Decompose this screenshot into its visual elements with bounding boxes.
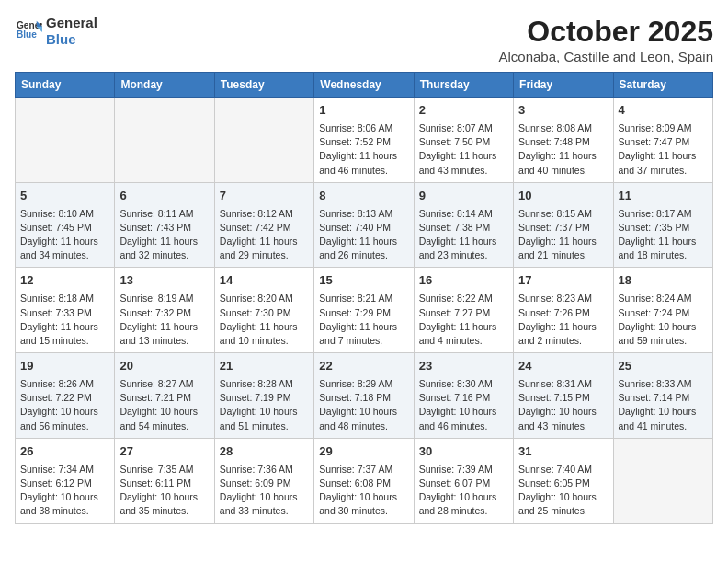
calendar-cell: 7Sunrise: 8:12 AM Sunset: 7:42 PM Daylig… (214, 182, 313, 268)
day-info: Sunrise: 8:09 AM Sunset: 7:47 PM Dayligh… (619, 121, 708, 178)
day-info: Sunrise: 8:24 AM Sunset: 7:24 PM Dayligh… (619, 292, 708, 348)
weekday-header: Wednesday (314, 73, 414, 98)
calendar-cell: 14Sunrise: 8:20 AM Sunset: 7:30 PM Dayli… (214, 268, 313, 353)
calendar-cell: 27Sunrise: 7:35 AM Sunset: 6:11 PM Dayli… (115, 438, 214, 523)
day-info: Sunrise: 7:36 AM Sunset: 6:09 PM Dayligh… (220, 463, 309, 519)
day-number: 4 (619, 102, 708, 120)
logo: General Blue General Blue (15, 15, 97, 48)
day-number: 8 (319, 188, 408, 205)
calendar-cell (16, 98, 115, 183)
calendar-cell: 20Sunrise: 8:27 AM Sunset: 7:21 PM Dayli… (115, 353, 214, 439)
weekday-header: Thursday (414, 73, 513, 98)
day-info: Sunrise: 8:33 AM Sunset: 7:14 PM Dayligh… (619, 377, 708, 433)
calendar-cell: 13Sunrise: 8:19 AM Sunset: 7:32 PM Dayli… (115, 268, 214, 353)
day-info: Sunrise: 8:31 AM Sunset: 7:15 PM Dayligh… (518, 377, 608, 433)
logo-blue: Blue (46, 31, 97, 48)
day-number: 22 (319, 358, 408, 375)
svg-text:Blue: Blue (17, 29, 37, 40)
day-info: Sunrise: 8:22 AM Sunset: 7:27 PM Dayligh… (419, 292, 508, 348)
day-info: Sunrise: 8:15 AM Sunset: 7:37 PM Dayligh… (518, 207, 608, 263)
day-info: Sunrise: 8:06 AM Sunset: 7:52 PM Dayligh… (319, 121, 408, 178)
day-info: Sunrise: 8:08 AM Sunset: 7:48 PM Dayligh… (518, 121, 608, 178)
calendar-cell: 11Sunrise: 8:17 AM Sunset: 7:35 PM Dayli… (613, 182, 712, 268)
calendar-cell: 8Sunrise: 8:13 AM Sunset: 7:40 PM Daylig… (314, 182, 414, 268)
calendar-cell: 1Sunrise: 8:06 AM Sunset: 7:52 PM Daylig… (314, 98, 414, 183)
day-number: 29 (319, 443, 408, 461)
day-number: 16 (419, 272, 508, 290)
day-info: Sunrise: 7:37 AM Sunset: 6:08 PM Dayligh… (319, 463, 408, 519)
calendar-cell: 24Sunrise: 8:31 AM Sunset: 7:15 PM Dayli… (514, 353, 613, 439)
weekday-header: Sunday (16, 73, 115, 98)
calendar-cell: 15Sunrise: 8:21 AM Sunset: 7:29 PM Dayli… (314, 268, 414, 353)
day-info: Sunrise: 8:17 AM Sunset: 7:35 PM Dayligh… (619, 207, 708, 263)
day-number: 2 (419, 102, 508, 120)
logo-general: General (46, 15, 97, 31)
day-info: Sunrise: 7:34 AM Sunset: 6:12 PM Dayligh… (20, 463, 109, 519)
day-number: 18 (619, 272, 708, 290)
page-subtitle: Alconaba, Castille and Leon, Spain (499, 49, 714, 64)
calendar-week-row: 5Sunrise: 8:10 AM Sunset: 7:45 PM Daylig… (16, 182, 713, 268)
calendar-cell: 12Sunrise: 8:18 AM Sunset: 7:33 PM Dayli… (16, 268, 115, 353)
calendar-cell: 10Sunrise: 8:15 AM Sunset: 7:37 PM Dayli… (514, 182, 613, 268)
calendar-cell: 22Sunrise: 8:29 AM Sunset: 7:18 PM Dayli… (314, 353, 414, 439)
calendar-cell: 6Sunrise: 8:11 AM Sunset: 7:43 PM Daylig… (115, 182, 214, 268)
day-number: 14 (220, 272, 309, 290)
day-info: Sunrise: 7:35 AM Sunset: 6:11 PM Dayligh… (119, 463, 209, 519)
day-number: 7 (220, 188, 309, 205)
calendar-cell (115, 98, 214, 183)
day-number: 30 (419, 443, 508, 461)
calendar-cell: 28Sunrise: 7:36 AM Sunset: 6:09 PM Dayli… (214, 438, 313, 523)
day-number: 17 (518, 272, 608, 290)
day-number: 3 (518, 102, 608, 120)
weekday-header: Monday (115, 73, 214, 98)
day-info: Sunrise: 8:20 AM Sunset: 7:30 PM Dayligh… (220, 292, 309, 348)
calendar-cell: 21Sunrise: 8:28 AM Sunset: 7:19 PM Dayli… (214, 353, 313, 439)
day-number: 23 (419, 358, 508, 375)
day-number: 13 (119, 272, 209, 290)
calendar-cell: 17Sunrise: 8:23 AM Sunset: 7:26 PM Dayli… (514, 268, 613, 353)
calendar-week-row: 12Sunrise: 8:18 AM Sunset: 7:33 PM Dayli… (16, 268, 713, 353)
calendar-cell: 4Sunrise: 8:09 AM Sunset: 7:47 PM Daylig… (613, 98, 712, 183)
day-number: 21 (220, 358, 309, 375)
calendar-week-row: 1Sunrise: 8:06 AM Sunset: 7:52 PM Daylig… (16, 98, 713, 183)
weekday-header: Saturday (613, 73, 712, 98)
day-number: 26 (20, 443, 109, 461)
calendar-cell: 5Sunrise: 8:10 AM Sunset: 7:45 PM Daylig… (16, 182, 115, 268)
day-info: Sunrise: 8:29 AM Sunset: 7:18 PM Dayligh… (319, 377, 408, 433)
day-info: Sunrise: 8:23 AM Sunset: 7:26 PM Dayligh… (518, 292, 608, 348)
calendar-week-row: 19Sunrise: 8:26 AM Sunset: 7:22 PM Dayli… (16, 353, 713, 439)
calendar-cell: 30Sunrise: 7:39 AM Sunset: 6:07 PM Dayli… (414, 438, 513, 523)
day-number: 31 (518, 443, 608, 461)
day-number: 27 (119, 443, 209, 461)
calendar-cell: 16Sunrise: 8:22 AM Sunset: 7:27 PM Dayli… (414, 268, 513, 353)
day-number: 12 (20, 272, 109, 290)
day-number: 6 (119, 188, 209, 205)
calendar-cell: 31Sunrise: 7:40 AM Sunset: 6:05 PM Dayli… (514, 438, 613, 523)
calendar-cell: 25Sunrise: 8:33 AM Sunset: 7:14 PM Dayli… (613, 353, 712, 439)
calendar-cell: 26Sunrise: 7:34 AM Sunset: 6:12 PM Dayli… (16, 438, 115, 523)
day-number: 1 (319, 102, 408, 120)
calendar-header-row: SundayMondayTuesdayWednesdayThursdayFrid… (16, 73, 713, 98)
day-number: 10 (518, 188, 608, 205)
day-number: 5 (20, 188, 109, 205)
day-number: 9 (419, 188, 508, 205)
calendar-cell: 29Sunrise: 7:37 AM Sunset: 6:08 PM Dayli… (314, 438, 414, 523)
calendar-cell: 23Sunrise: 8:30 AM Sunset: 7:16 PM Dayli… (414, 353, 513, 439)
day-info: Sunrise: 8:18 AM Sunset: 7:33 PM Dayligh… (20, 292, 109, 348)
day-number: 24 (518, 358, 608, 375)
day-number: 19 (20, 358, 109, 375)
day-number: 20 (119, 358, 209, 375)
day-number: 15 (319, 272, 408, 290)
day-info: Sunrise: 8:30 AM Sunset: 7:16 PM Dayligh… (419, 377, 508, 433)
day-info: Sunrise: 7:39 AM Sunset: 6:07 PM Dayligh… (419, 463, 508, 519)
day-info: Sunrise: 8:13 AM Sunset: 7:40 PM Dayligh… (319, 207, 408, 263)
day-info: Sunrise: 8:19 AM Sunset: 7:32 PM Dayligh… (119, 292, 209, 348)
day-info: Sunrise: 7:40 AM Sunset: 6:05 PM Dayligh… (518, 463, 608, 519)
page-header: General Blue General Blue October 2025 A… (15, 15, 713, 64)
day-number: 11 (619, 188, 708, 205)
title-block: October 2025 Alconaba, Castille and Leon… (499, 15, 714, 64)
day-info: Sunrise: 8:28 AM Sunset: 7:19 PM Dayligh… (220, 377, 309, 433)
day-info: Sunrise: 8:21 AM Sunset: 7:29 PM Dayligh… (319, 292, 408, 348)
page-title: October 2025 (499, 15, 714, 49)
day-info: Sunrise: 8:11 AM Sunset: 7:43 PM Dayligh… (119, 207, 209, 263)
